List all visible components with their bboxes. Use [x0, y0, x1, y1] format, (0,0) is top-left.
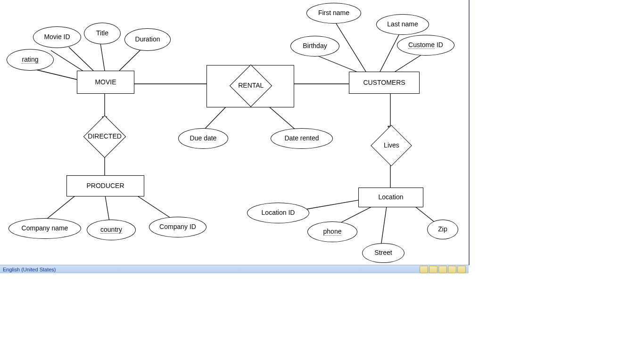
svg-line-22	[381, 206, 387, 246]
svg-line-0	[51, 50, 86, 73]
relationship-directed: DIRECTED	[83, 115, 126, 158]
svg-line-12	[105, 196, 109, 221]
svg-line-15	[380, 33, 400, 72]
svg-line-1	[69, 47, 93, 71]
attr-title: Title	[84, 23, 121, 44]
attr-company-name: Company name	[8, 218, 81, 239]
svg-line-2	[100, 43, 105, 71]
attr-custome-id-label: Custome ID	[408, 41, 443, 49]
attr-duration: Duration	[124, 28, 171, 51]
attr-first-name: First name	[306, 3, 361, 24]
entity-customers: CUSTOMERS	[349, 72, 420, 94]
entity-producer: PRODUCER	[66, 175, 144, 196]
relationship-rental-label: RENTAL	[238, 82, 264, 89]
attr-company-id: Company ID	[149, 217, 206, 237]
attr-date-rented: Date rented	[271, 128, 333, 149]
attr-phone-label: phone	[323, 228, 342, 236]
attr-rating: rating	[7, 49, 54, 71]
relationship-lives-label: Lives	[384, 142, 399, 149]
svg-line-16	[316, 55, 356, 72]
attr-phone: phone	[307, 221, 357, 242]
attr-country-label: country	[100, 226, 122, 234]
relationship-lives: Lives	[371, 125, 412, 166]
svg-line-3	[119, 49, 141, 71]
attr-location-id: Location ID	[247, 203, 309, 223]
attr-due-date: Due date	[178, 128, 228, 149]
status-bar: English (United States)	[0, 265, 469, 265]
attr-country: country	[87, 220, 136, 240]
svg-line-8	[269, 106, 297, 131]
relationship-directed-label: DIRECTED	[88, 133, 122, 140]
entity-movie: MOVIE	[77, 71, 134, 94]
svg-line-17	[395, 54, 422, 72]
attr-rating-label: rating	[22, 56, 38, 64]
svg-line-11	[45, 196, 75, 220]
attr-birthday: Birthday	[290, 36, 339, 57]
attr-last-name: Last name	[376, 14, 429, 35]
attr-movie-id: Movie ID	[33, 26, 81, 48]
entity-location: Location	[358, 188, 423, 207]
attr-street: Street	[362, 243, 405, 263]
document-canvas: MOVIE Movie ID Title Duration rating REN…	[0, 0, 470, 265]
attr-zip: Zip	[427, 220, 458, 239]
attr-custome-id: Custome ID	[397, 35, 454, 56]
